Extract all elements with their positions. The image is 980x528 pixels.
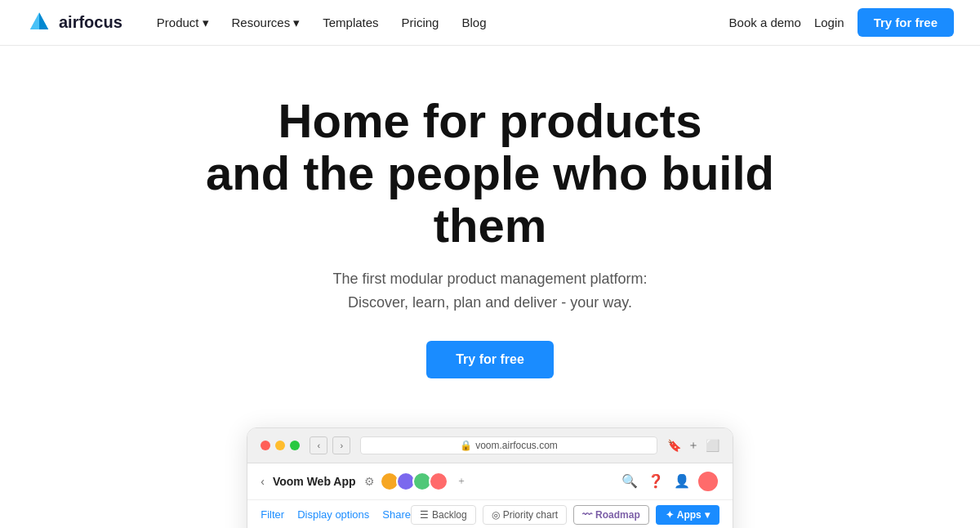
nav-right: Book a demo Login Try for free bbox=[729, 8, 954, 37]
apps-dropdown-button[interactable]: ✦ Apps ▾ bbox=[656, 505, 719, 525]
nav-blog[interactable]: Blog bbox=[453, 11, 494, 34]
minimize-dot bbox=[275, 441, 285, 450]
hero-section: Home for products and the people who bui… bbox=[0, 46, 980, 411]
settings-icon[interactable]: ⚙ bbox=[364, 475, 375, 488]
address-bar: 🔒 voom.airfocus.com bbox=[360, 436, 657, 454]
nav-product[interactable]: Product ▾ bbox=[149, 11, 217, 35]
login-link[interactable]: Login bbox=[814, 16, 844, 29]
view-tabs: Filter Display options Share ☰ Backlog ◎… bbox=[247, 500, 733, 528]
bookmark-icon[interactable]: 🔖 bbox=[667, 438, 681, 453]
navbar: airfocus Product ▾ Resources ▾ Templates… bbox=[0, 0, 980, 46]
more-icon[interactable]: ⬜ bbox=[706, 438, 719, 453]
toolbar-left: ‹ Voom Web App ⚙ ＋ bbox=[261, 472, 466, 491]
toolbar-right: 🔍 ❓ 👤 bbox=[621, 470, 719, 493]
chevron-down-icon: ▾ bbox=[203, 16, 209, 30]
nav-try-free-button[interactable]: Try for free bbox=[858, 8, 954, 37]
traffic-lights bbox=[261, 441, 300, 450]
nav-pricing[interactable]: Pricing bbox=[394, 11, 448, 34]
display-options-tab[interactable]: Display options bbox=[297, 508, 369, 521]
forward-browser-button[interactable]: › bbox=[332, 436, 350, 454]
view-tabs-left: Filter Display options Share bbox=[261, 508, 411, 521]
chevron-down-icon: ▾ bbox=[293, 16, 300, 30]
backlog-icon: ☰ bbox=[420, 509, 429, 521]
apps-star-icon: ✦ bbox=[666, 509, 674, 521]
hero-headline: Home for products and the people who bui… bbox=[163, 95, 817, 251]
user-avatar[interactable] bbox=[697, 470, 719, 493]
lock-icon: 🔒 bbox=[460, 440, 472, 451]
chevron-down-icon: ▾ bbox=[705, 509, 710, 521]
nav-links: Product ▾ Resources ▾ Templates Pricing … bbox=[149, 11, 495, 35]
app-inner: ‹ Voom Web App ⚙ ＋ 🔍 ❓ 👤 bbox=[247, 463, 733, 528]
add-tab-icon[interactable]: ＋ bbox=[688, 438, 699, 453]
roadmap-view-button[interactable]: 〰 Roadmap bbox=[573, 505, 649, 525]
app-toolbar: ‹ Voom Web App ⚙ ＋ 🔍 ❓ 👤 bbox=[247, 463, 733, 500]
nav-left: airfocus Product ▾ Resources ▾ Templates… bbox=[26, 10, 494, 36]
share-tab[interactable]: Share bbox=[382, 508, 411, 521]
back-browser-button[interactable]: ‹ bbox=[310, 436, 327, 454]
logo[interactable]: airfocus bbox=[26, 10, 122, 36]
avatar-4 bbox=[429, 472, 448, 491]
browser-nav-buttons: ‹ › bbox=[310, 436, 350, 454]
book-demo-link[interactable]: Book a demo bbox=[729, 16, 801, 29]
backlog-view-button[interactable]: ☰ Backlog bbox=[411, 505, 476, 525]
nav-templates[interactable]: Templates bbox=[314, 11, 386, 34]
avatar-group bbox=[383, 472, 448, 491]
maximize-dot bbox=[290, 441, 300, 450]
hero-subtext: The first modular product management pla… bbox=[26, 267, 954, 315]
app-preview: ‹ › 🔒 voom.airfocus.com 🔖 ＋ ⬜ ‹ Voom Web… bbox=[247, 427, 733, 528]
priority-chart-icon: ◎ bbox=[492, 509, 500, 521]
filter-tab[interactable]: Filter bbox=[261, 508, 284, 521]
roadmap-icon: 〰 bbox=[582, 509, 592, 521]
view-tabs-right: ☰ Backlog ◎ Priority chart 〰 Roadmap ✦ A… bbox=[411, 505, 719, 525]
preview-wrapper: ‹ › 🔒 voom.airfocus.com 🔖 ＋ ⬜ ‹ Voom Web… bbox=[0, 411, 980, 528]
workspace-name: Voom Web App bbox=[273, 475, 356, 488]
help-icon[interactable]: ❓ bbox=[648, 473, 664, 489]
logo-icon bbox=[26, 10, 52, 36]
search-icon[interactable]: 🔍 bbox=[621, 473, 638, 489]
add-member-button[interactable]: ＋ bbox=[457, 474, 466, 488]
nav-resources[interactable]: Resources ▾ bbox=[224, 11, 309, 35]
browser-chrome: ‹ › 🔒 voom.airfocus.com 🔖 ＋ ⬜ bbox=[247, 428, 733, 463]
notifications-icon[interactable]: 👤 bbox=[674, 473, 690, 489]
logo-text: airfocus bbox=[59, 13, 122, 32]
back-button[interactable]: ‹ bbox=[261, 475, 265, 488]
close-dot bbox=[261, 441, 270, 450]
priority-chart-view-button[interactable]: ◎ Priority chart bbox=[483, 505, 567, 525]
hero-try-free-button[interactable]: Try for free bbox=[426, 341, 554, 378]
browser-action-buttons: 🔖 ＋ ⬜ bbox=[667, 438, 719, 453]
